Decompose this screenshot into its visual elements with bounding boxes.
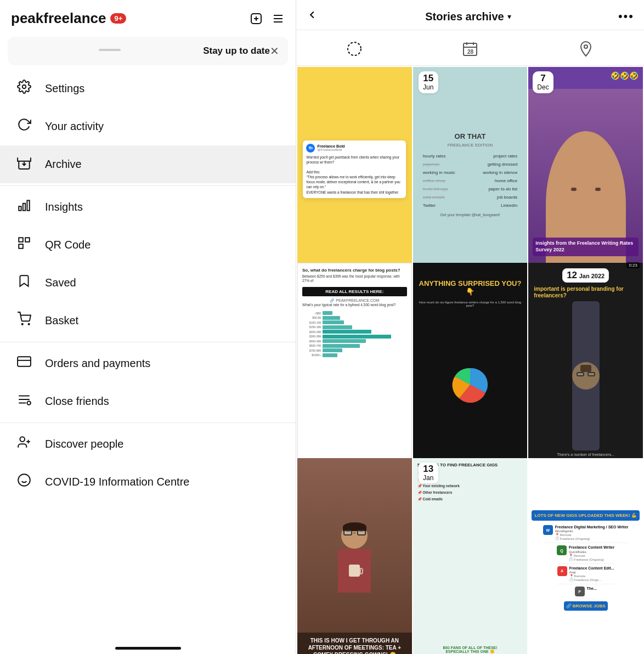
- svg-point-37: [348, 42, 361, 55]
- sidebar-item-close-friends[interactable]: Close friends: [0, 382, 296, 420]
- menu-divider-2: [0, 342, 296, 342]
- or-that-title: OR THAT: [419, 132, 522, 140]
- more-options-button[interactable]: •••: [618, 9, 634, 24]
- story-thumb-4[interactable]: So, what do freelancers charge for blog …: [297, 263, 412, 467]
- menu-divider-3: [0, 422, 296, 423]
- mini-bar-chart: <$50 $50-99 $100-149 $150-199 $200-299 $…: [302, 308, 407, 360]
- close-friends-icon: [15, 392, 33, 410]
- jobs-banner: LOTS OF NEW GIGS UPLOADED THIS WEEK! 💪: [532, 510, 639, 521]
- sidebar-item-archive[interactable]: Archive: [0, 145, 296, 183]
- job-entry-1: W Freelance Digital Marketing / SEO Writ…: [543, 523, 629, 543]
- job-entry-3: A Freelance Content Edit... Angi 📍 Remot…: [557, 564, 614, 584]
- app-title-row: peakfreelance 9+: [11, 10, 126, 27]
- covid-icon: [15, 473, 33, 491]
- menu-divider-1: [0, 185, 296, 186]
- archive-nav-calendar[interactable]: 28: [450, 38, 490, 60]
- story-date-badge-8: 13 Jan: [419, 463, 438, 483]
- svg-rect-13: [19, 244, 23, 249]
- gigs-footer: BIG FANS OF ALL OF THESE!ESPECIALLY THIS…: [417, 646, 523, 654]
- job-entry-2: Q Freelance Content Writer QuickBooks 📍 …: [557, 543, 614, 563]
- svg-point-30: [27, 401, 31, 405]
- svg-point-31: [20, 437, 25, 442]
- story-date-badge-6: 12 Jan 2022: [562, 268, 609, 283]
- qr-code-icon: [15, 236, 33, 254]
- app-header: peakfreelance 9+: [0, 0, 296, 32]
- stay-banner-text: Stay up to date: [203, 46, 270, 57]
- sidebar-item-discover-people[interactable]: Discover people: [0, 425, 296, 463]
- menu-button[interactable]: [272, 12, 285, 25]
- story-thumb-3[interactable]: 7 Dec 🤣🤣🤣 Insights from the Freelance Wr…: [528, 67, 643, 272]
- insights-icon: [15, 198, 33, 216]
- scroll-indicator: [99, 49, 121, 51]
- peakfreelance-link: 🔗 PEAKFREELANCE.COM: [302, 298, 407, 303]
- your-activity-icon: [15, 117, 33, 136]
- sidebar-item-qr-code[interactable]: QR Code: [0, 226, 296, 264]
- qr-code-label: QR Code: [45, 239, 91, 251]
- story-thumb-8[interactable]: 13 Jan 5 PLACES TO FIND FREELANCE GIGS 📌…: [413, 458, 528, 654]
- header-icons: [250, 12, 285, 25]
- chart-label: How much do six-figure freelance writers…: [419, 301, 522, 307]
- right-panel: Stories archive ▾ ••• 28: [296, 0, 644, 654]
- sidebar-item-basket[interactable]: Basket: [0, 302, 296, 340]
- read-all-btn: READ ALL RESULTS HERE:: [302, 287, 407, 296]
- story-thumb-6[interactable]: 12 Jan 2022 important is personal brandi…: [528, 263, 643, 467]
- sidebar-item-settings[interactable]: Settings: [0, 70, 296, 108]
- freelance-card: So, what do freelancers charge for blog …: [298, 263, 411, 467]
- story-thumb-7[interactable]: THIS IS HOW I GET THROUGH AN AFTERNOON O…: [297, 458, 412, 654]
- sidebar-item-insights[interactable]: Insights: [0, 188, 296, 226]
- pb-title: important is personal branding for freel…: [534, 286, 637, 299]
- stories-header: Stories archive ▾ •••: [296, 0, 644, 30]
- stories-title-dropdown[interactable]: Stories archive ▾: [425, 10, 511, 23]
- afternoon-overlay: THIS IS HOW I GET THROUGH AN AFTERNOON O…: [297, 633, 412, 654]
- freelance-text: Between $250 and $399 was the most popul…: [302, 274, 407, 284]
- orders-label: Orders and payments: [45, 357, 150, 370]
- stories-grid: fb Freelance Bold @FreelanceBold Worried…: [296, 66, 644, 654]
- left-panel: peakfreelance 9+ Stay up to date ✕: [0, 0, 296, 654]
- story-date-badge-3: 7 Dec: [533, 71, 553, 93]
- add-button[interactable]: [250, 12, 263, 25]
- sidebar-item-saved[interactable]: Saved: [0, 264, 296, 302]
- discover-people-label: Discover people: [45, 438, 123, 450]
- svg-point-34: [18, 474, 30, 486]
- story-thumb-1[interactable]: fb Freelance Bold @FreelanceBold Worried…: [297, 67, 412, 272]
- story-date-badge-2: 15 Jun: [419, 71, 438, 93]
- story-thumb-5[interactable]: ANYTHING SURPRISED YOU? 👇 How much do si…: [413, 263, 528, 467]
- job-entry-4: P The...: [575, 584, 597, 599]
- sidebar-item-your-activity[interactable]: Your activity: [0, 108, 296, 145]
- sidebar-item-covid[interactable]: COVID-19 Information Centre: [0, 463, 296, 501]
- or-that-footer: Get your template @kat_boogaard!: [419, 213, 522, 217]
- settings-label: Settings: [45, 82, 84, 95]
- back-button[interactable]: [306, 9, 318, 24]
- settings-icon: [15, 80, 33, 98]
- basket-label: Basket: [45, 314, 78, 327]
- svg-point-43: [584, 45, 587, 48]
- freelance-title: So, what do freelancers charge for blog …: [302, 268, 407, 273]
- fb-handle: @FreelanceBold: [317, 148, 344, 151]
- archive-label: Archive: [45, 158, 82, 171]
- svg-text:28: 28: [467, 49, 474, 55]
- svg-rect-10: [27, 200, 29, 210]
- stories-title: Stories archive: [425, 10, 504, 23]
- browse-jobs-text: 🔗 BROWSE JOBS: [566, 604, 606, 608]
- sidebar-item-orders[interactable]: Orders and payments: [0, 345, 296, 382]
- app-title: peakfreelance: [11, 10, 106, 27]
- archive-nav: 28: [296, 30, 644, 66]
- svg-rect-25: [18, 357, 31, 366]
- archive-nav-location[interactable]: [566, 38, 606, 60]
- stay-banner: Stay up to date ✕: [8, 37, 288, 65]
- close-banner-button[interactable]: ✕: [270, 44, 279, 58]
- archive-nav-stories[interactable]: [335, 38, 374, 60]
- bottom-bar: [0, 636, 296, 654]
- gigs-card: 13 Jan 5 PLACES TO FIND FREELANCE GIGS 📌…: [413, 458, 528, 654]
- discover-people-icon: [15, 435, 33, 453]
- saved-icon: [15, 274, 33, 292]
- story-thumb-9[interactable]: LOTS OF NEW GIGS UPLOADED THIS WEEK! 💪 W…: [528, 458, 643, 654]
- story-thumb-2[interactable]: 15 Jun OR THAT FREELANCE EDITION hourly …: [413, 67, 528, 272]
- archive-icon: [15, 155, 33, 173]
- saved-label: Saved: [45, 277, 76, 289]
- svg-rect-12: [25, 238, 30, 242]
- your-activity-label: Your activity: [45, 120, 104, 133]
- insights-card-text: Insights from the Freelance Writing Rate…: [535, 240, 636, 253]
- video-duration-3: 0:23: [626, 262, 640, 268]
- browse-jobs-banner: 🔗 BROWSE JOBS: [564, 601, 608, 611]
